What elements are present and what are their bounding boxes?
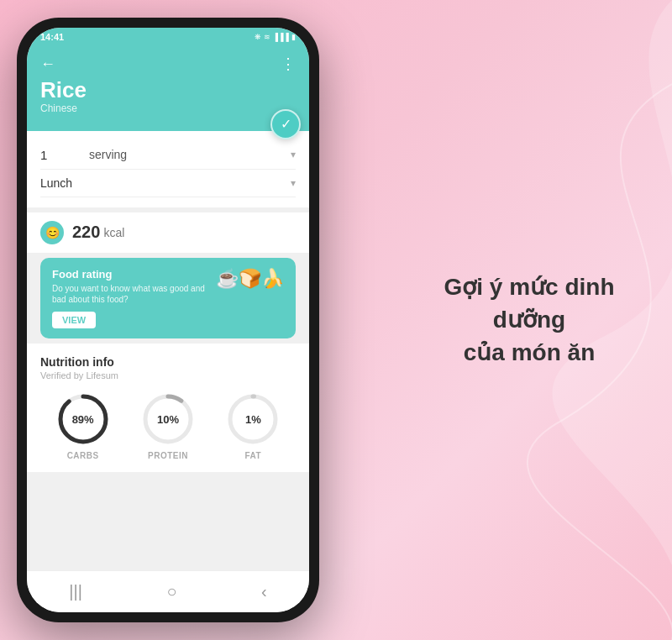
protein-circle: 10% — [141, 392, 195, 446]
calorie-icon: 😊 — [40, 221, 64, 244]
battery-icon: ▮ — [291, 33, 296, 41]
smiley-icon: 😊 — [45, 226, 60, 239]
fat-circle: 1% — [226, 392, 280, 446]
nav-back-icon[interactable]: ‹ — [261, 582, 267, 601]
unit-label: serving — [89, 148, 291, 161]
check-icon: ✓ — [281, 116, 291, 132]
meal-row[interactable]: Lunch ▾ — [40, 170, 296, 197]
nutrition-section: Nutrition info Verified by Lifesum 89% C… — [27, 344, 309, 472]
status-time: 14:41 — [40, 32, 64, 42]
app-header: ← ⋮ Rice Chinese ✓ — [27, 46, 309, 131]
nav-bar: ||| ○ ‹ — [27, 570, 309, 612]
food-icon-bread: 🍞 — [239, 268, 261, 290]
status-icons: ❋ ≋ ▐▐▐ ▮ — [255, 33, 296, 41]
main-content: serving ▾ Lunch ▾ 😊 220 kcal Food r — [27, 131, 309, 570]
calorie-value: 220 — [72, 223, 100, 242]
more-button[interactable]: ⋮ — [281, 55, 296, 73]
food-rating-card: Food rating Do you want to know what was… — [40, 258, 296, 338]
nutrition-title: Nutrition info — [40, 355, 296, 369]
phone-screen: 14:41 ❋ ≋ ▐▐▐ ▮ ← ⋮ Rice Chinese ✓ — [27, 28, 309, 612]
signal-icon: ▐▐▐ — [273, 33, 289, 41]
carbs-label: CARBS — [67, 451, 99, 460]
macro-row: 89% CARBS 10% PROTEIN — [40, 392, 296, 460]
app-header-top: ← ⋮ — [40, 55, 296, 73]
food-rating-title: Food rating — [52, 268, 209, 281]
back-button[interactable]: ← — [40, 55, 55, 73]
meal-dropdown-icon[interactable]: ▾ — [291, 177, 296, 189]
phone-frame: 14:41 ❋ ≋ ▐▐▐ ▮ ← ⋮ Rice Chinese ✓ — [17, 18, 319, 622]
nav-home-icon[interactable]: ○ — [166, 582, 176, 601]
calorie-row: 😊 220 kcal — [27, 212, 309, 253]
food-rating-desc: Do you want to know what was good and ba… — [52, 283, 209, 305]
fat-percent: 1% — [245, 412, 261, 425]
food-icon-banana: 🍌 — [261, 268, 284, 290]
form-section: serving ▾ Lunch ▾ — [27, 131, 309, 207]
promo-line2: của món ăn — [464, 340, 595, 366]
nav-menu-icon[interactable]: ||| — [69, 582, 82, 601]
quantity-input[interactable] — [40, 148, 82, 162]
nutrition-subtitle: Verified by Lifesum — [40, 370, 296, 380]
protein-label: PROTEIN — [148, 451, 188, 460]
food-category: Chinese — [40, 102, 296, 114]
food-emoji-decoration: ☕ 🍞 🍌 — [216, 268, 284, 290]
promo-line1: Gợi ý mức dinh dưỡng — [444, 274, 614, 333]
unit-dropdown-icon[interactable]: ▾ — [291, 149, 296, 160]
quantity-row: serving ▾ — [40, 141, 296, 170]
view-button[interactable]: VIEW — [52, 312, 96, 328]
calorie-unit: kcal — [103, 226, 124, 239]
promo-text: Gợi ý mức dinh dưỡng của món ăn — [420, 270, 638, 370]
fat-label: FAT — [244, 451, 261, 460]
macro-carbs: 89% CARBS — [56, 392, 110, 460]
meal-label: Lunch — [40, 176, 291, 190]
status-bar: 14:41 ❋ ≋ ▐▐▐ ▮ — [27, 28, 309, 46]
bluetooth-icon: ❋ — [255, 33, 261, 41]
carbs-circle: 89% — [56, 392, 110, 446]
check-button[interactable]: ✓ — [270, 109, 301, 139]
food-title: Rice — [40, 78, 296, 102]
carbs-percent: 89% — [72, 412, 94, 425]
app-header-content: ← ⋮ Rice Chinese — [27, 46, 309, 131]
macro-fat: 1% FAT — [226, 392, 280, 460]
protein-percent: 10% — [157, 412, 179, 425]
food-rating-text: Food rating Do you want to know what was… — [52, 268, 209, 328]
food-icon-coffee: ☕ — [216, 268, 239, 290]
wifi-icon: ≋ — [264, 33, 270, 41]
macro-protein: 10% PROTEIN — [141, 392, 195, 460]
